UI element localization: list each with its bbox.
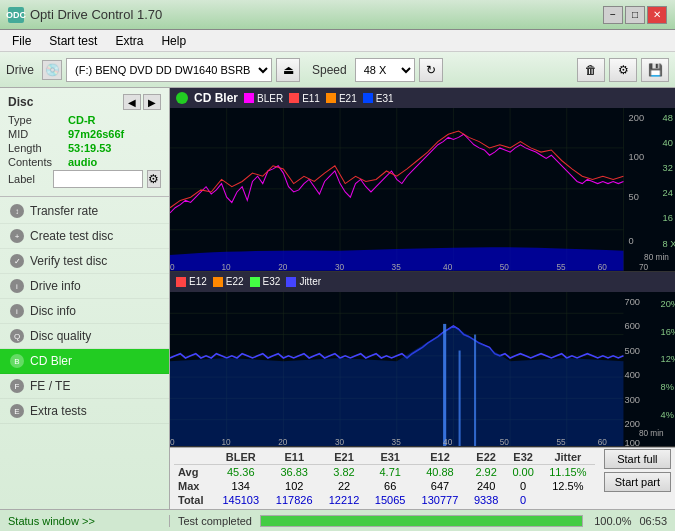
col-header-e31: E31 xyxy=(367,450,413,465)
disc-type-value: CD-R xyxy=(68,114,96,126)
svg-text:300: 300 xyxy=(625,393,640,404)
svg-text:60: 60 xyxy=(598,262,608,271)
fe-te-icon: F xyxy=(10,379,24,393)
refresh-button[interactable]: ↻ xyxy=(419,58,443,82)
app-icon: ODC xyxy=(8,7,24,23)
disc-type-row: Type CD-R xyxy=(8,114,161,126)
stats-total-row: Total 145103 117826 12212 15065 130777 9… xyxy=(174,493,595,507)
sidebar-item-cd-bler[interactable]: B CD Bler xyxy=(0,349,169,374)
close-button[interactable]: ✕ xyxy=(647,6,667,24)
start-full-button[interactable]: Start full xyxy=(604,449,671,469)
col-header-e11: E11 xyxy=(267,450,320,465)
svg-text:40: 40 xyxy=(443,262,453,271)
svg-text:30: 30 xyxy=(335,262,345,271)
disc-length-row: Length 53:19.53 xyxy=(8,142,161,154)
disc-mid-value: 97m26s66f xyxy=(68,128,124,140)
chart1-legend-bler: BLER xyxy=(244,93,283,104)
menu-file[interactable]: File xyxy=(4,32,39,50)
menu-help[interactable]: Help xyxy=(153,32,194,50)
svg-text:8 X: 8 X xyxy=(663,239,675,249)
transfer-rate-icon: ↕ xyxy=(10,204,24,218)
svg-text:10: 10 xyxy=(222,262,232,271)
status-right: Test completed 100.0% 06:53 xyxy=(170,515,675,527)
svg-text:16 X: 16 X xyxy=(663,213,675,223)
sidebar-nav: ↕ Transfer rate + Create test disc ✓ Ver… xyxy=(0,197,169,509)
start-buttons: Start full Start part xyxy=(604,449,671,492)
sidebar-item-drive-info[interactable]: i Drive info xyxy=(0,274,169,299)
disc-info-icon: i xyxy=(10,304,24,318)
svg-text:4%: 4% xyxy=(661,408,675,419)
statusbar: Status window >> Test completed 100.0% 0… xyxy=(0,509,675,531)
svg-text:35: 35 xyxy=(392,262,402,271)
svg-text:50: 50 xyxy=(629,192,639,202)
svg-text:70: 70 xyxy=(639,262,649,271)
toolbar: Drive 💿 (F:) BENQ DVD DD DW1640 BSRB ⏏ S… xyxy=(0,52,675,88)
chart2-legend-e22: E22 xyxy=(213,276,244,287)
disc-contents-row: Contents audio xyxy=(8,156,161,168)
chart2-legend-jitter: Jitter xyxy=(286,276,321,287)
disc-quality-icon: Q xyxy=(10,329,24,343)
start-part-button[interactable]: Start part xyxy=(604,472,671,492)
svg-text:200: 200 xyxy=(629,113,644,123)
svg-text:48 X: 48 X xyxy=(663,113,675,123)
disc-prev-button[interactable]: ◀ xyxy=(123,94,141,110)
svg-text:20%: 20% xyxy=(661,297,675,308)
minimize-button[interactable]: − xyxy=(603,6,623,24)
svg-rect-47 xyxy=(443,324,446,446)
app-title: Opti Drive Control 1.70 xyxy=(30,7,162,22)
disc-panel: Disc ◀ ▶ Type CD-R MID 97m26s66f Length … xyxy=(0,88,169,197)
chart2-svg: 700 600 500 400 300 200 100 20% 16% 12% … xyxy=(170,292,675,446)
settings-button[interactable]: ⚙ xyxy=(609,58,637,82)
content-area: CD Bler BLER E11 E21 E31 xyxy=(170,88,675,509)
sidebar-item-transfer-rate[interactable]: ↕ Transfer rate xyxy=(0,199,169,224)
drive-label: Drive xyxy=(6,63,34,77)
svg-text:500: 500 xyxy=(625,344,640,355)
sidebar-item-create-test-disc[interactable]: + Create test disc xyxy=(0,224,169,249)
disc-next-button[interactable]: ▶ xyxy=(143,94,161,110)
clear-button[interactable]: 🗑 xyxy=(577,58,605,82)
menu-start-test[interactable]: Start test xyxy=(41,32,105,50)
drive-select[interactable]: (F:) BENQ DVD DD DW1640 BSRB xyxy=(66,58,272,82)
save-button[interactable]: 💾 xyxy=(641,58,669,82)
status-window-button[interactable]: Status window >> xyxy=(0,515,170,527)
svg-text:16%: 16% xyxy=(661,325,675,336)
svg-rect-48 xyxy=(459,350,461,446)
disc-label-button[interactable]: ⚙ xyxy=(147,170,161,188)
svg-text:100: 100 xyxy=(625,437,640,446)
speed-select[interactable]: 48 X 40 X 32 X 24 X 16 X 8 X xyxy=(355,58,415,82)
svg-text:400: 400 xyxy=(625,369,640,380)
sidebar: Disc ◀ ▶ Type CD-R MID 97m26s66f Length … xyxy=(0,88,170,509)
chart1-legend-e31: E31 xyxy=(363,93,394,104)
chart2-area: 700 600 500 400 300 200 100 20% 16% 12% … xyxy=(170,292,675,446)
sidebar-item-extra-tests[interactable]: E Extra tests xyxy=(0,399,169,424)
svg-text:35: 35 xyxy=(392,437,401,446)
eject-button[interactable]: ⏏ xyxy=(276,58,300,82)
sidebar-item-disc-quality[interactable]: Q Disc quality xyxy=(0,324,169,349)
sidebar-item-fe-te[interactable]: F FE / TE xyxy=(0,374,169,399)
stats-max-row: Max 134 102 22 66 647 240 0 12.5% xyxy=(174,479,595,493)
col-header-e32: E32 xyxy=(506,450,541,465)
chart2-container: E12 E22 E32 Jitter xyxy=(170,272,675,447)
chart1-container: CD Bler BLER E11 E21 E31 xyxy=(170,88,675,272)
e11-legend-dot xyxy=(289,93,299,103)
maximize-button[interactable]: □ xyxy=(625,6,645,24)
main: Disc ◀ ▶ Type CD-R MID 97m26s66f Length … xyxy=(0,88,675,509)
e32-legend-dot xyxy=(250,277,260,287)
speed-label: Speed xyxy=(312,63,347,77)
disc-label-input[interactable] xyxy=(53,170,143,188)
svg-text:40: 40 xyxy=(443,437,452,446)
svg-text:200: 200 xyxy=(625,418,640,429)
title-left: ODC Opti Drive Control 1.70 xyxy=(8,7,162,23)
menu-extra[interactable]: Extra xyxy=(107,32,151,50)
bler-legend-dot xyxy=(244,93,254,103)
sidebar-item-verify-test-disc[interactable]: ✓ Verify test disc xyxy=(0,249,169,274)
cd-bler-icon: B xyxy=(10,354,24,368)
chart2-legend-e12: E12 xyxy=(176,276,207,287)
jitter-legend-dot xyxy=(286,277,296,287)
svg-text:24 X: 24 X xyxy=(663,188,675,198)
e22-legend-dot xyxy=(213,277,223,287)
sidebar-item-disc-info[interactable]: i Disc info xyxy=(0,299,169,324)
svg-text:8%: 8% xyxy=(661,380,675,391)
svg-text:100: 100 xyxy=(629,152,644,162)
svg-text:55: 55 xyxy=(556,262,566,271)
